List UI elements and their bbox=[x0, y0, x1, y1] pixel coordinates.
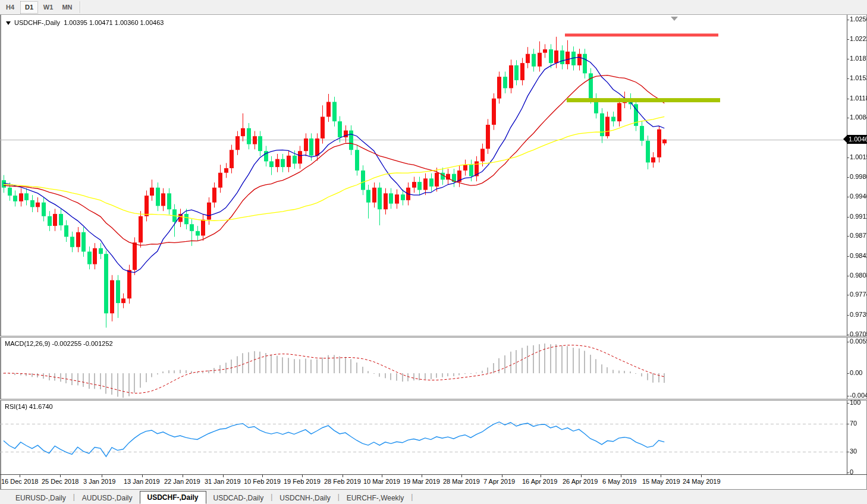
date-axis-label: 26 Apr 2019 bbox=[563, 478, 598, 485]
date-axis-label: 16 Dec 2018 bbox=[1, 478, 38, 485]
axis-tick-label: 1.00150 bbox=[850, 153, 867, 160]
axis-tick-label: 0.98420 bbox=[850, 252, 867, 259]
date-axis-tick bbox=[661, 475, 661, 477]
axis-tick-label: 0.97740 bbox=[850, 291, 867, 298]
tab-usdcnh-daily[interactable]: USDCNH-,Daily bbox=[272, 492, 337, 504]
chart-symbol-label: USDCHF-,Daily bbox=[14, 19, 60, 26]
rsi-indicator-label: RSI(14) 41.6740 bbox=[5, 403, 53, 410]
date-axis-tick bbox=[502, 475, 502, 477]
axis-tick-label: 1.01530 bbox=[850, 74, 867, 81]
date-axis-label: 6 May 2019 bbox=[602, 478, 636, 485]
price-chart-canvas[interactable] bbox=[0, 15, 847, 474]
date-axis-tick bbox=[223, 475, 224, 477]
date-axis-label: 25 Dec 2018 bbox=[42, 478, 78, 485]
timeframe-button-h4[interactable]: H4 bbox=[1, 1, 19, 14]
ohlc-high: 1.00471 bbox=[89, 19, 113, 26]
date-axis-tick bbox=[142, 475, 143, 477]
date-axis-label: 7 Apr 2019 bbox=[483, 478, 515, 485]
axis-tick-label: 70 bbox=[850, 420, 857, 427]
axis-tick-label: 0.97050 bbox=[850, 330, 867, 338]
axis-tick-mark bbox=[847, 20, 849, 20]
macd-signal-value: -0.001252 bbox=[83, 340, 113, 347]
pane-divider-macd[interactable] bbox=[0, 336, 867, 338]
axis-tick-mark bbox=[847, 396, 849, 396]
axis-tick-mark bbox=[847, 373, 849, 374]
axis-tick-mark bbox=[847, 99, 849, 99]
axis-tick-label: 0.00 bbox=[850, 369, 862, 376]
axis-tick-mark bbox=[847, 295, 849, 295]
timeframe-button-w1[interactable]: W1 bbox=[39, 1, 57, 14]
date-axis-tick bbox=[422, 475, 422, 477]
axis-tick-label: 0.97390 bbox=[850, 311, 867, 318]
macd-main-value: -0.002255 bbox=[52, 340, 81, 347]
date-axis-tick bbox=[461, 475, 462, 477]
tab-usdchf-daily[interactable]: USDCHF-,Daily bbox=[140, 491, 206, 504]
axis-tick-label: 0.00597 bbox=[850, 338, 867, 345]
tab-eurchf-weekly[interactable]: EURCHF-,Weekly bbox=[340, 492, 411, 504]
axis-tick-mark bbox=[847, 256, 849, 257]
axis-tick-label: 1.00840 bbox=[850, 114, 867, 121]
tab-eurusd-daily[interactable]: EURUSD-,Daily bbox=[8, 492, 73, 504]
axis-tick-label: 0.99800 bbox=[850, 173, 867, 180]
axis-tick-mark bbox=[847, 197, 849, 197]
date-axis-label: 10 Feb 2019 bbox=[244, 478, 281, 485]
axis-tick-label: 0.99460 bbox=[850, 193, 867, 200]
timeframe-button-mn[interactable]: MN bbox=[58, 1, 76, 14]
date-axis-tick bbox=[701, 475, 702, 477]
axis-tick-mark bbox=[847, 472, 849, 473]
axis-tick-mark bbox=[847, 217, 849, 218]
date-axis-label: 3 Jan 2019 bbox=[83, 478, 115, 485]
date-axis-label: 31 Jan 2019 bbox=[205, 478, 241, 485]
chart-menu-arrow-icon[interactable] bbox=[6, 21, 11, 25]
date-axis-label: 15 May 2019 bbox=[642, 478, 680, 485]
ohlc-close: 1.00463 bbox=[140, 19, 164, 26]
date-axis-label: 22 Jan 2019 bbox=[164, 478, 200, 485]
date-axis-tick bbox=[581, 475, 582, 477]
price-axis-separator bbox=[847, 15, 847, 475]
date-axis-tick bbox=[541, 475, 541, 477]
date-axis-tick bbox=[262, 475, 263, 477]
pane-divider-rsi[interactable] bbox=[0, 399, 867, 401]
axis-tick-mark bbox=[847, 335, 849, 335]
ohlc-low: 1.00360 bbox=[115, 19, 139, 26]
axis-tick-label: 0 bbox=[850, 468, 853, 475]
date-axis-label: 13 Jan 2019 bbox=[124, 478, 160, 485]
date-axis-label: 19 Mar 2019 bbox=[403, 478, 440, 485]
date-axis-tick bbox=[302, 475, 303, 477]
date-axis-label: 28 Mar 2019 bbox=[443, 478, 480, 485]
chart-tabs-bar: EURUSD-,Daily| AUDUSD-,Daily USDCHF-,Dai… bbox=[0, 489, 867, 504]
date-axis-label: 19 Feb 2019 bbox=[284, 478, 321, 485]
axis-tick-mark bbox=[847, 236, 849, 237]
tab-usdcad-daily[interactable]: USDCAD-,Daily bbox=[206, 492, 271, 504]
date-axis-label: 28 Feb 2019 bbox=[324, 478, 361, 485]
date-axis-tick bbox=[621, 475, 621, 477]
axis-tick-label: 1.02220 bbox=[850, 35, 867, 42]
axis-tick-mark bbox=[847, 315, 849, 316]
axis-tick-label: 100 bbox=[850, 399, 860, 406]
axis-tick-mark bbox=[847, 59, 849, 59]
date-axis-tick bbox=[60, 475, 61, 477]
axis-tick-label: 0.99110 bbox=[850, 213, 867, 220]
axis-tick-mark bbox=[847, 118, 849, 118]
axis-tick-label: 30 bbox=[850, 448, 857, 455]
axis-tick-mark bbox=[847, 424, 849, 424]
date-axis-label: 10 Mar 2019 bbox=[363, 478, 400, 485]
rsi-value: 41.6740 bbox=[29, 403, 53, 410]
axis-tick-mark bbox=[847, 177, 849, 178]
axis-tick-mark bbox=[847, 342, 849, 342]
chart-shift-marker-icon[interactable] bbox=[671, 17, 678, 21]
axis-tick-mark bbox=[847, 78, 849, 79]
axis-tick-label: 1.02560 bbox=[850, 15, 867, 23]
axis-tick-label: 0.98770 bbox=[850, 232, 867, 239]
ohlc-open: 1.00395 bbox=[64, 19, 87, 26]
current-price-badge: 1.00463 bbox=[847, 135, 867, 144]
axis-tick-mark bbox=[847, 403, 849, 404]
date-axis-tick bbox=[382, 475, 382, 477]
chart-title: USDCHF-,Daily 1.00395 1.00471 1.00360 1.… bbox=[6, 19, 164, 26]
axis-tick-mark bbox=[847, 452, 849, 452]
date-axis-tick bbox=[183, 475, 183, 477]
axis-tick-mark bbox=[847, 39, 849, 40]
tab-audusd-daily[interactable]: AUDUSD-,Daily bbox=[75, 492, 140, 504]
timeframe-button-d1[interactable]: D1 bbox=[20, 1, 38, 14]
axis-tick-mark bbox=[847, 276, 849, 276]
